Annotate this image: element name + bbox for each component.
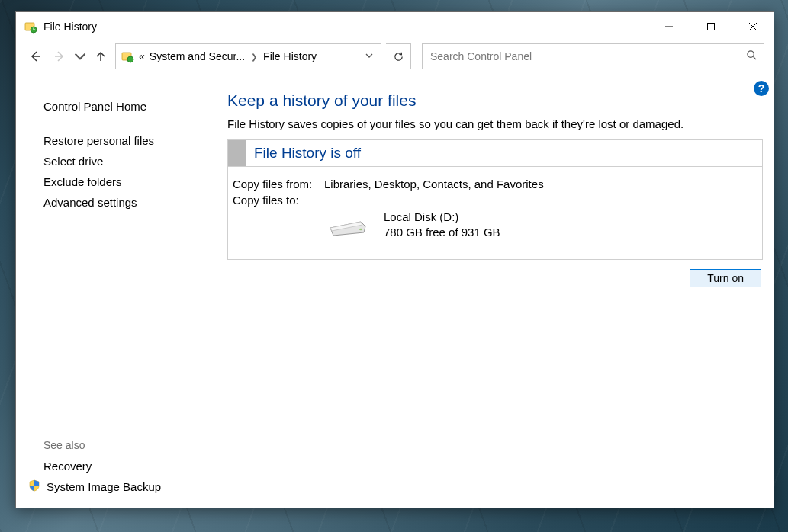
breadcrumb-file-history[interactable]: File History (263, 50, 317, 62)
search-box[interactable] (422, 43, 764, 69)
maximize-button[interactable] (690, 12, 732, 41)
search-input[interactable] (429, 50, 757, 63)
titlebar: File History (16, 12, 774, 41)
recent-locations-button[interactable] (74, 46, 86, 66)
drive-name: Local Disk (D:) (384, 210, 500, 225)
file-history-window: File History (15, 11, 774, 508)
help-button[interactable]: ? (754, 81, 769, 96)
control-panel-icon (121, 50, 134, 63)
svg-rect-3 (707, 24, 714, 30)
svg-point-13 (359, 229, 362, 230)
svg-point-10 (127, 56, 133, 62)
window-controls (648, 12, 774, 41)
sidebar-home-link[interactable]: Control Panel Home (43, 96, 221, 117)
main-panel: ? Keep a history of your files File Hist… (227, 75, 774, 508)
content-area: Control Panel Home Restore personal file… (16, 75, 774, 508)
page-subtitle: File History saves copies of your files … (227, 117, 763, 130)
copy-from-label: Copy files from: (233, 178, 324, 191)
sidebar-link-exclude-folders[interactable]: Exclude folders (43, 171, 221, 192)
flag-icon (228, 140, 246, 166)
status-heading: File History is off (246, 140, 368, 166)
back-button[interactable] (25, 46, 45, 66)
chevron-right-icon: ❯ (249, 53, 259, 61)
sidebar-link-advanced-settings[interactable]: Advanced settings (43, 192, 221, 213)
refresh-button[interactable] (386, 43, 411, 69)
see-also-system-image-backup-label: System Image Backup (47, 480, 161, 493)
window-title: File History (43, 21, 97, 33)
copy-from-value: Libraries, Desktop, Contacts, and Favori… (324, 178, 544, 191)
status-panel-header: File History is off (228, 140, 762, 167)
forward-button[interactable] (50, 46, 69, 66)
address-bar[interactable]: « System and Secur... ❯ File History (115, 43, 381, 69)
svg-point-11 (748, 51, 754, 57)
search-icon (746, 50, 757, 63)
minimize-button[interactable] (648, 12, 690, 41)
up-button[interactable] (91, 46, 111, 66)
breadcrumb-root[interactable]: « (139, 50, 145, 62)
close-button[interactable] (732, 12, 774, 41)
page-title: Keep a history of your files (227, 91, 763, 110)
see-also-system-image-backup[interactable]: System Image Backup (28, 476, 221, 497)
see-also-heading: See also (43, 439, 221, 451)
see-also-recovery[interactable]: Recovery (43, 456, 221, 476)
sidebar: Control Panel Home Restore personal file… (16, 75, 227, 508)
copy-to-label: Copy files to: (233, 194, 324, 207)
drive-free-space: 780 GB free of 931 GB (384, 225, 500, 240)
turn-on-button[interactable]: Turn on (690, 269, 761, 287)
svg-line-12 (753, 56, 756, 59)
address-dropdown-button[interactable] (362, 52, 376, 61)
status-panel: File History is off Copy files from: Lib… (227, 139, 763, 260)
hard-drive-icon (326, 213, 370, 237)
shield-icon (28, 479, 40, 494)
nav-row: « System and Secur... ❯ File History (16, 41, 774, 75)
sidebar-link-restore[interactable]: Restore personal files (43, 130, 221, 151)
sidebar-link-select-drive[interactable]: Select drive (43, 151, 221, 171)
breadcrumb-system-security[interactable]: System and Secur... (150, 50, 245, 62)
file-history-app-icon (24, 20, 37, 34)
